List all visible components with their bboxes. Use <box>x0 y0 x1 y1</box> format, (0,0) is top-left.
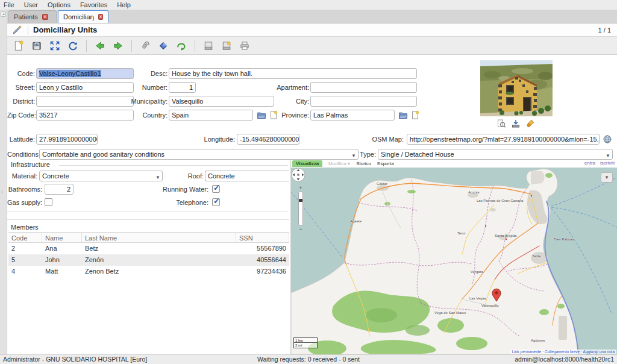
municipality-label: Municipality: <box>119 96 168 107</box>
add-note-link[interactable]: Aggiungi una nota <box>583 350 615 354</box>
action-button[interactable] <box>157 39 170 52</box>
menu-file[interactable]: File <box>4 1 14 8</box>
telephone-checkbox[interactable] <box>212 198 220 206</box>
shortlink-link[interactable]: Collegamento breve <box>545 350 580 354</box>
running-water-checkbox[interactable] <box>212 185 220 193</box>
house-photo <box>480 60 553 116</box>
osm-tab-view[interactable]: Visualizza <box>292 160 322 167</box>
menu-user[interactable]: User <box>24 1 38 8</box>
page-title: Domiciliary Units <box>33 25 97 34</box>
gas-supply-checkbox[interactable] <box>45 198 52 206</box>
country-field[interactable]: Spain <box>169 110 253 121</box>
type-select[interactable]: Single / Detached House▼ <box>378 149 613 160</box>
osm-tab-edit[interactable]: Modifica ▾ <box>328 161 350 166</box>
table-row[interactable]: 5JohnZenón40556644 <box>8 254 289 266</box>
status-connection: admin@localhost:8000/health20rc1 <box>515 356 614 363</box>
save-image-icon[interactable] <box>511 119 521 128</box>
number-label: Number: <box>125 82 168 93</box>
conditions-select[interactable]: Comfortable and good sanitary conditions… <box>39 149 359 160</box>
table-cell: 2 <box>8 243 42 254</box>
material-select[interactable]: Concrete▼ <box>39 171 163 181</box>
zip-field[interactable]: 35217 <box>36 110 134 121</box>
osm-login-link[interactable]: entra <box>584 160 595 166</box>
menu-favorites[interactable]: Favorites <box>80 1 107 8</box>
scale-mi: 2 mi <box>293 343 318 348</box>
tab-domiciliary-units[interactable]: Domiciliary U ... ✕ <box>58 10 108 23</box>
save-button[interactable] <box>30 39 43 52</box>
previous-record-button[interactable] <box>93 39 107 52</box>
divider <box>28 25 28 35</box>
tab-patients[interactable]: Patients ✕ <box>8 10 57 23</box>
attachment-button[interactable] <box>139 39 152 52</box>
bathrooms-label: Bathrooms: <box>7 184 42 195</box>
table-cell: 97234436 <box>236 266 289 277</box>
menu-options[interactable]: Options <box>48 1 70 8</box>
osm-tab-history[interactable]: Storico <box>356 161 371 166</box>
panel-toggle-button[interactable]: ◂ <box>1 11 6 17</box>
province-field[interactable]: Las Palmas <box>310 110 395 121</box>
osm-map-field[interactable]: http://openstreetmap.org/?mlat=27.991891… <box>407 134 600 145</box>
longitude-label: Longitude: <box>200 134 235 145</box>
desc-field[interactable]: House by the city town hall. <box>169 68 417 79</box>
record-pager: 1 / 1 <box>598 27 611 34</box>
column-header-lastname[interactable]: Last Name <box>82 233 236 242</box>
osm-signup-link[interactable]: iscriviti <box>600 160 615 166</box>
permalink-link[interactable]: Link permanente <box>512 350 541 354</box>
reload-button[interactable] <box>66 39 80 52</box>
code-field[interactable]: Valse-LeonyCastillo1 <box>36 68 134 79</box>
column-header-ssn[interactable]: SSN <box>236 233 289 242</box>
frame-line <box>7 212 288 212</box>
osm-auth-links: entra iscriviti <box>584 160 615 166</box>
separator-line <box>7 219 289 220</box>
infrastructure-frame-label: Infrastructure <box>11 161 50 168</box>
close-tab-icon[interactable]: ✕ <box>42 14 48 20</box>
map-share-button[interactable]: ▾ <box>601 172 613 183</box>
select-image-icon[interactable] <box>496 119 506 128</box>
column-header-name[interactable]: Name <box>42 233 82 242</box>
osm-map-panel: Visualizza Modifica ▾ Storico Esporta en… <box>290 160 617 354</box>
menu-help[interactable]: Help <box>117 1 131 8</box>
map-canvas[interactable]: Las Palmas de Gran CanariaArucasGáldarAg… <box>291 168 617 354</box>
new-province-icon[interactable] <box>410 110 420 120</box>
members-table: Code Name Last Name SSN 2AnaBetz55567890… <box>8 232 289 277</box>
next-record-button[interactable] <box>111 39 125 52</box>
divider <box>131 40 132 52</box>
longitude-field[interactable]: -15.49462800000000 <box>237 134 299 145</box>
panel-grip[interactable]: ⁞ <box>1 191 3 193</box>
apartment-field[interactable] <box>310 82 417 93</box>
zoom-handle[interactable] <box>299 199 302 202</box>
zoom-in-icon[interactable]: + <box>296 186 305 190</box>
map-pan-control[interactable] <box>291 168 305 182</box>
open-url-globe-icon[interactable] <box>603 134 612 144</box>
osm-tab-export[interactable]: Esporta <box>377 161 394 166</box>
scale-km: 1 km <box>293 337 318 343</box>
report-button[interactable] <box>202 39 215 52</box>
table-cell: Ana <box>42 243 82 254</box>
zoom-track[interactable] <box>298 191 303 226</box>
switch-view-button[interactable] <box>48 39 61 52</box>
apartment-label: Apartment: <box>257 82 309 93</box>
relate-button[interactable] <box>175 39 188 52</box>
print-button[interactable] <box>238 39 251 52</box>
new-record-button[interactable] <box>12 39 25 52</box>
city-field[interactable] <box>310 96 417 107</box>
table-row[interactable]: 4MattZenon Betz97234436 <box>8 266 289 277</box>
close-tab-icon[interactable]: ✕ <box>98 14 103 20</box>
clear-image-icon[interactable] <box>525 119 535 128</box>
number-field[interactable]: 1 <box>169 82 196 93</box>
bathrooms-field[interactable]: 2 <box>45 184 74 195</box>
map-zoom-slider[interactable]: + − <box>296 186 305 236</box>
street-field[interactable]: Leon y Castillo <box>36 82 134 93</box>
table-row[interactable]: 2AnaBetz55567890 <box>8 243 289 254</box>
members-table-header[interactable]: Code Name Last Name SSN <box>8 233 289 243</box>
table-cell: Zenon Betz <box>82 266 236 277</box>
latitude-field[interactable]: 27.99189100000000 <box>36 134 98 145</box>
open-province-icon[interactable] <box>398 110 408 120</box>
column-header-code[interactable]: Code <box>8 233 42 242</box>
roof-select[interactable]: Concrete <box>205 171 289 181</box>
zoom-out-icon[interactable]: − <box>296 227 305 231</box>
latitude-label: Latitude: <box>7 134 35 145</box>
zip-label: Zip Code: <box>7 110 35 121</box>
country-label: Country: <box>125 110 168 121</box>
email-button[interactable] <box>220 39 233 52</box>
